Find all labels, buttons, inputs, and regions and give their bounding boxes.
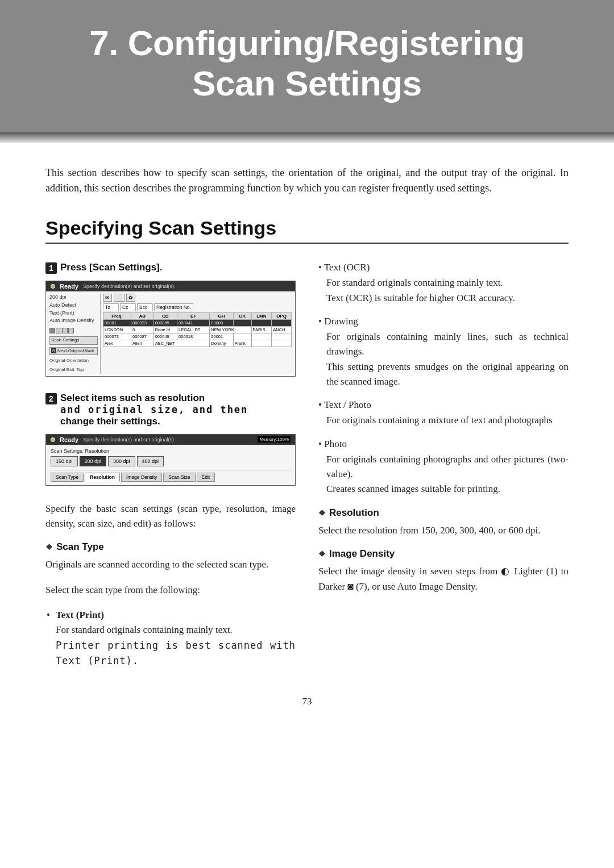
text-photo-desc: For originals containing a mixture of te… — [318, 413, 569, 428]
step-1-label: Press [Scan Settings]. — [60, 262, 163, 273]
left-item-1: 200 dpi — [49, 294, 98, 302]
main-content: This section describes how to specify sc… — [0, 143, 614, 742]
tab-lmn[interactable]: LMN — [251, 313, 272, 320]
image-density-desc: Select the image density in seven steps … — [318, 564, 569, 594]
section-heading: Specifying Scan Settings — [45, 217, 569, 244]
mockup1-body: 200 dpi Auto Detect Text (Print) Auto Im… — [46, 291, 295, 375]
step-1-block: 1 Press [Scan Settings]. Ready Specify d… — [45, 262, 296, 376]
left-column: 1 Press [Scan Settings]. Ready Specify d… — [45, 262, 296, 673]
left-item-3: Text (Print) — [49, 310, 98, 318]
table-row-1: 00001 000023 000055 000041 00000 — [103, 320, 292, 327]
tab-scan-size[interactable]: Scan Size — [163, 473, 195, 482]
mockup1-right-panel: ✉ ⬜ ✿ To Cc Bcc Registration No. — [103, 294, 292, 373]
mockup2-status-dot — [51, 437, 55, 442]
mockup1-topbar: Ready Specify destination(s) and set ori… — [46, 281, 295, 291]
tab-scan-type[interactable]: Scan Type — [51, 473, 84, 482]
diamond-icon-3: ❖ — [318, 549, 326, 558]
tool-btn-box[interactable]: ⬜ — [114, 294, 125, 302]
resolution-heading: ❖ Resolution — [318, 507, 569, 519]
text-photo-title: Text / Photo — [318, 399, 569, 411]
table-row-2: LONDON 0 Done Id LEGAL_DT NEW YORK PARIS… — [103, 327, 292, 333]
tool-btn-mail[interactable]: ✉ — [103, 294, 112, 302]
step-1-number: 1 — [45, 262, 57, 274]
scan-type-label: Scan Type — [56, 541, 104, 553]
tab-image-density[interactable]: Image Density — [121, 473, 162, 482]
tab-row: Freq. AB CD EF GH IJK LMN OPQ — [103, 313, 292, 320]
mockup1-addr-row: To Cc Bcc Registration No. — [103, 303, 292, 311]
tool-btn-flower[interactable]: ✿ — [126, 294, 135, 302]
text-ocr-desc: For standard originals containing mainly… — [318, 276, 569, 306]
resolution-desc: Select the resolution from 150, 200, 300… — [318, 523, 569, 538]
drawing-title: Drawing — [318, 316, 569, 327]
mockup1-left-panel: 200 dpi Auto Detect Text (Print) Auto Im… — [49, 294, 101, 373]
mockup1-table: Freq. AB CD EF GH IJK LMN OPQ — [103, 312, 292, 347]
tab-ab[interactable]: AB — [131, 313, 154, 320]
resolution-label: Resolution — [329, 507, 379, 519]
scan-type-desc: Originals are scanned according to the s… — [45, 557, 296, 572]
text-ocr-title: Text (OCR) — [318, 262, 569, 273]
image-density-label: Image Density — [329, 548, 395, 560]
text-print-extra: Printer printing is best scanned with Te… — [56, 640, 296, 666]
step-2-label: Select items such as resolutionand origi… — [60, 393, 248, 427]
original-exit: Original Exit: Top — [49, 366, 98, 373]
mockup2-topbar: Ready Specify destination(s) and set ori… — [46, 435, 295, 445]
addr-cc: Cc — [120, 303, 136, 311]
two-col-layout: 1 Press [Scan Settings]. Ready Specify d… — [45, 262, 569, 673]
ui-mockup-2: Ready Specify destination(s) and set ori… — [45, 434, 296, 486]
header-banner: 7. Configuring/Registering Scan Settings — [0, 0, 614, 132]
mockup1-subtitle: Specify destination(s) and set original(… — [83, 283, 176, 289]
next-original-wait[interactable]: R Next Original Wait — [49, 347, 98, 355]
addr-to: To — [103, 303, 119, 311]
mockup2-subtitle: Specify destination(s) and set original(… — [83, 437, 253, 443]
mockup1-status: Ready — [60, 283, 78, 290]
scan-settings-btn[interactable]: Scan Settings — [49, 336, 98, 344]
left-item-4: Auto Image Density — [49, 317, 98, 325]
tab-edit[interactable]: Edit — [197, 473, 215, 482]
scan-type-select: Select the scan type from the following: — [45, 583, 296, 598]
left-item-2: Auto Detect — [49, 302, 98, 310]
ui-mockup-1: Ready Specify destination(s) and set ori… — [45, 281, 296, 376]
res-btn-300[interactable]: 300 dpi — [108, 456, 135, 466]
res-btn-150[interactable]: 150 dpi — [51, 456, 78, 466]
bullet-drawing: Drawing For originals containing mainly … — [318, 316, 569, 389]
tab-cd[interactable]: CD — [154, 313, 177, 320]
page-number: 73 — [45, 696, 569, 707]
text-print-desc: For standard originals containing mainly… — [56, 624, 233, 635]
addr-bcc: Bcc — [137, 303, 153, 311]
photo-desc: For originals containing photographs and… — [318, 452, 569, 497]
original-orientation: Original Orientation — [49, 357, 98, 364]
tab-resolution[interactable]: Resolution — [85, 473, 120, 482]
intro-text: This section describes how to specify sc… — [45, 165, 569, 197]
mockup1-checkboxes — [49, 327, 98, 334]
page-title: 7. Configuring/Registering Scan Settings — [45, 23, 569, 104]
tab-opq[interactable]: OPQ — [272, 313, 292, 320]
mockup2-row-label: Scan Settings: Resolution — [51, 448, 291, 454]
step-1-heading: 1 Press [Scan Settings]. — [45, 262, 296, 274]
mockup2-res-buttons: 150 dpi 200 dpi 300 dpi 400 dpi — [51, 456, 291, 466]
res-btn-400[interactable]: 400 dpi — [137, 456, 164, 466]
mockup1-side-panel: 200 dpi Auto Detect Text (Print) Auto Im… — [49, 294, 292, 373]
tab-gh[interactable]: GH — [210, 313, 233, 320]
scan-type-heading: ❖ Scan Type — [45, 541, 296, 553]
diamond-icon: ❖ — [45, 542, 53, 552]
mockup2-memory: Memory:100% — [258, 436, 291, 443]
header-shadow — [0, 132, 614, 143]
right-column: Text (OCR) For standard originals contai… — [318, 262, 569, 673]
bullet-text-print: Text (Print) For standard originals cont… — [45, 608, 296, 669]
step-2-block: 2 Select items such as resolutionand ori… — [45, 393, 296, 486]
mockup2-status: Ready — [60, 436, 78, 443]
diamond-icon-2: ❖ — [318, 508, 326, 518]
step-2-number: 2 — [45, 393, 57, 404]
bullet-text-ocr: Text (OCR) For standard originals contai… — [318, 262, 569, 306]
bullet-text-photo: Text / Photo For originals containing a … — [318, 399, 569, 428]
bullet-photo: Photo For originals containing photograp… — [318, 439, 569, 497]
res-btn-200[interactable]: 200 dpi — [80, 456, 107, 466]
tab-freq[interactable]: Freq. — [103, 313, 131, 320]
status-dot — [51, 284, 55, 289]
tab-ijk[interactable]: IJK — [233, 313, 251, 320]
drawing-desc: For originals containing mainly lines, s… — [318, 329, 569, 389]
tab-ef[interactable]: EF — [177, 313, 210, 320]
table-row-4: Alex Allen ABC_NET Dorothy Frank — [103, 340, 292, 347]
step-2-heading: 2 Select items such as resolutionand ori… — [45, 393, 296, 427]
table-row-3: 000073 000087 000049 000018 00001 — [103, 333, 292, 340]
